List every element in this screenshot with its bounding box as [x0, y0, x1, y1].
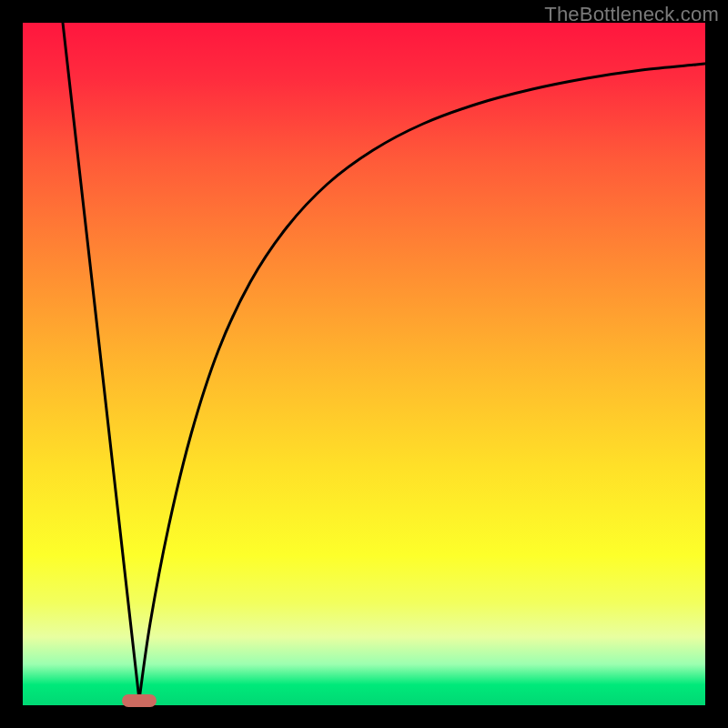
- bottleneck-marker: [122, 694, 157, 707]
- curve-right-branch: [139, 64, 705, 700]
- chart-plot-area: [23, 23, 705, 705]
- watermark-text: TheBottleneck.com: [544, 3, 719, 26]
- curve-left-branch: [63, 23, 139, 700]
- chart-svg: [23, 23, 705, 705]
